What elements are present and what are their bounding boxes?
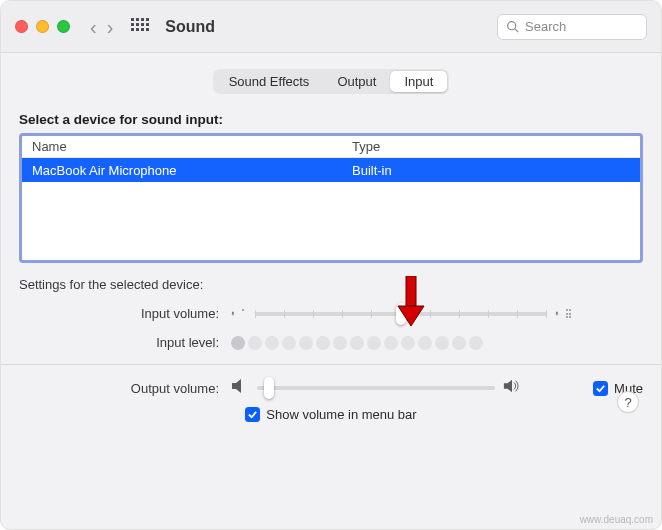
- toolbar: ‹ › Sound Search: [1, 1, 661, 53]
- tab-sound-effects[interactable]: Sound Effects: [215, 71, 324, 92]
- output-volume-row: Output volume: Mute: [19, 379, 643, 397]
- sound-prefs-window: ‹ › Sound Search Sound Effects Output In…: [0, 0, 662, 530]
- search-placeholder: Search: [525, 19, 566, 34]
- input-volume-row: Input volume:: [19, 306, 643, 321]
- forward-icon[interactable]: ›: [107, 17, 114, 37]
- output-volume-control: [231, 379, 521, 397]
- watermark: www.deuaq.com: [580, 514, 653, 525]
- menubar-row: Show volume in menu bar: [19, 407, 643, 422]
- tab-output[interactable]: Output: [323, 71, 390, 92]
- back-icon[interactable]: ‹: [90, 17, 97, 37]
- show-all-icon[interactable]: [131, 18, 149, 36]
- input-volume-label: Input volume:: [19, 306, 219, 321]
- device-type: Built-in: [352, 163, 630, 178]
- select-device-title: Select a device for sound input:: [19, 112, 643, 127]
- output-volume-label: Output volume:: [19, 381, 219, 396]
- col-name: Name: [32, 139, 352, 154]
- svg-marker-6: [232, 379, 241, 393]
- bottom-section: Output volume: Mute: [19, 379, 643, 422]
- divider: [1, 364, 661, 365]
- svg-line-1: [515, 29, 518, 32]
- checkbox-icon: [593, 381, 608, 396]
- col-type: Type: [352, 139, 630, 154]
- input-volume-slider[interactable]: [255, 312, 547, 316]
- window-controls: [15, 20, 70, 33]
- tabs: Sound Effects Output Input: [19, 69, 643, 94]
- svg-rect-4: [556, 311, 558, 314]
- speaker-high-icon: [503, 379, 521, 397]
- content: Sound Effects Output Input Select a devi…: [1, 53, 661, 432]
- nav-buttons: ‹ ›: [90, 17, 113, 37]
- show-in-menubar-checkbox[interactable]: Show volume in menu bar: [245, 407, 416, 422]
- settings-title: Settings for the selected device:: [19, 277, 643, 292]
- minimize-icon[interactable]: [36, 20, 49, 33]
- checkbox-icon: [245, 407, 260, 422]
- device-row[interactable]: MacBook Air Microphone Built-in: [22, 158, 640, 182]
- input-level-row: Input level:: [19, 335, 643, 350]
- menubar-label: Show volume in menu bar: [266, 407, 416, 422]
- device-name: MacBook Air Microphone: [32, 163, 352, 178]
- speaker-low-icon: [231, 379, 249, 397]
- tab-input[interactable]: Input: [390, 71, 447, 92]
- slider-knob[interactable]: [396, 303, 406, 325]
- close-icon[interactable]: [15, 20, 28, 33]
- search-icon: [506, 20, 519, 33]
- slider-knob[interactable]: [264, 377, 274, 399]
- device-list-header: Name Type: [22, 136, 640, 158]
- search-input[interactable]: Search: [497, 14, 647, 40]
- page-title: Sound: [165, 18, 215, 36]
- tab-segment: Sound Effects Output Input: [213, 69, 450, 94]
- input-volume-control: [231, 309, 571, 317]
- svg-marker-7: [504, 380, 512, 393]
- zoom-icon[interactable]: [57, 20, 70, 33]
- input-level-meter: [231, 336, 643, 350]
- svg-rect-2: [232, 311, 234, 314]
- mic-low-icon: [231, 309, 247, 317]
- input-level-label: Input level:: [19, 335, 219, 350]
- mic-high-icon: [555, 309, 571, 317]
- output-volume-slider[interactable]: [257, 386, 495, 390]
- svg-point-0: [508, 22, 516, 30]
- help-button[interactable]: ?: [617, 391, 639, 413]
- device-list[interactable]: Name Type MacBook Air Microphone Built-i…: [19, 133, 643, 263]
